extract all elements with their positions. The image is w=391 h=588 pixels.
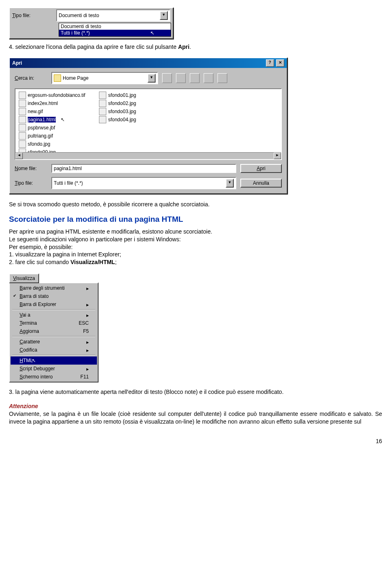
file-item[interactable]: sfondo03.jpg xyxy=(98,108,137,115)
file-icon xyxy=(99,116,106,123)
menu-item[interactable]: Barre degli strumenti xyxy=(11,284,97,292)
file-icon xyxy=(19,132,26,140)
menu-separator xyxy=(12,309,95,310)
menu-item[interactable]: Script Debugger xyxy=(11,365,97,373)
file-icon xyxy=(19,100,26,107)
filename-label: Nome file: xyxy=(15,166,47,171)
paragraph: 3. la pagina viene automaticamente apert… xyxy=(9,388,382,396)
cursor-icon: ↖ xyxy=(150,30,154,36)
open-dialog: Apri ? ✕ Cerca in: Home Page ▼ ergosum-s… xyxy=(9,57,288,194)
menu-item[interactable]: AggiornaF5 xyxy=(11,327,97,335)
folder-field[interactable]: Home Page ▼ xyxy=(51,72,158,84)
file-item[interactable]: sfondo01.jpg xyxy=(98,92,137,99)
cursor-icon: ↖ xyxy=(32,358,36,363)
paragraph: Se si trova scomodo questo metodo, è pos… xyxy=(9,201,382,208)
section-heading: Scorciatoie per la modifica di una pagin… xyxy=(9,215,382,224)
paragraph: Per aprire una pagina HTML esistente e m… xyxy=(9,228,382,266)
filetype-label: Tipo file: xyxy=(12,13,53,18)
file-icon xyxy=(99,100,106,107)
attention-block: Attenzione Ovviamente, se la pagina è un… xyxy=(9,402,382,426)
menu-item[interactable]: Schermo interoF11 xyxy=(11,373,97,381)
attention-text: Ovviamente, se la pagina è un file local… xyxy=(9,411,382,425)
file-icon xyxy=(19,108,26,115)
file-item[interactable]: pspbrwse.jbf xyxy=(18,124,86,131)
file-icon xyxy=(99,92,106,99)
file-icon xyxy=(99,108,106,115)
paragraph: 4. selezionare l'icona della pagina da a… xyxy=(9,43,382,51)
horizontal-scrollbar[interactable]: ◄► xyxy=(15,152,281,159)
cancel-button[interactable]: Annulla xyxy=(240,179,282,188)
filetype-value: Documenti di testo xyxy=(59,13,99,18)
file-item[interactable]: new.gif xyxy=(18,108,86,115)
menu-item[interactable]: Barra di Explorer xyxy=(11,300,97,308)
file-item[interactable]: ergosum-sufondobianco.tif xyxy=(18,92,86,99)
menu-item[interactable]: Vai a xyxy=(11,311,97,319)
filetype-field[interactable]: Documenti di testo ▼ xyxy=(56,9,170,22)
menu-item[interactable]: HTML↖ xyxy=(11,356,97,365)
filetype-label: Tipo file: xyxy=(15,180,47,186)
filename-input[interactable]: pagina1.html xyxy=(51,164,236,173)
menu-separator xyxy=(12,355,95,356)
attention-title: Attenzione xyxy=(9,403,38,409)
file-item-selected[interactable]: pagina1.html↖ xyxy=(18,116,86,123)
file-item[interactable]: sfondo04.jpg xyxy=(98,116,137,123)
file-item[interactable]: pultriang.gif xyxy=(18,132,86,140)
filetype-dropdown-list[interactable]: Documenti di testo Tutti i file (*.*) ↖ xyxy=(59,23,171,37)
open-button[interactable]: Apri xyxy=(240,164,282,173)
menu-separator xyxy=(12,336,95,337)
page-number: 16 xyxy=(9,438,382,444)
file-icon xyxy=(19,140,26,148)
menu-item[interactable]: Carattere xyxy=(11,338,97,346)
file-item[interactable]: sfondo02.jpg xyxy=(98,100,137,107)
filetype-select[interactable]: Tutti i file (*.*) ▼ xyxy=(51,177,236,189)
file-icon xyxy=(19,116,26,123)
scroll-right-icon[interactable]: ► xyxy=(274,153,281,159)
filetype-option-selected[interactable]: Tutti i file (*.*) ↖ xyxy=(59,30,171,36)
menu-trigger[interactable]: Visualizza xyxy=(9,273,39,283)
scroll-left-icon[interactable]: ◄ xyxy=(15,153,23,159)
help-icon[interactable]: ? xyxy=(266,59,274,67)
file-item[interactable]: index2ex.html xyxy=(18,100,86,107)
menu-item[interactable]: TerminaESC xyxy=(11,319,97,327)
cursor-icon: ↖ xyxy=(61,117,65,122)
new-folder-icon[interactable] xyxy=(190,73,200,83)
menu-item[interactable]: Codifica xyxy=(11,346,97,354)
file-icon xyxy=(19,92,26,99)
desktop-icon[interactable] xyxy=(176,73,186,83)
details-view-icon[interactable] xyxy=(217,73,227,83)
file-type-snippet: Tipo file: Documenti di testo ▼ Document… xyxy=(9,7,174,39)
dialog-titlebar: Apri ? ✕ xyxy=(10,58,287,68)
folder-icon xyxy=(54,74,61,82)
file-item[interactable]: sfondo.jpg xyxy=(18,140,86,148)
titlebar-buttons: ? ✕ xyxy=(265,59,284,67)
up-folder-icon[interactable] xyxy=(162,73,172,83)
search-in-label: Cerca in: xyxy=(15,75,47,81)
dropdown-arrow-icon[interactable]: ▼ xyxy=(226,179,234,188)
menu-item[interactable]: Barra di stato xyxy=(11,292,97,300)
menu-list: Barre degli strumentiBarra di statoBarra… xyxy=(10,283,98,382)
dialog-title: Apri xyxy=(12,60,22,66)
file-icon xyxy=(19,124,26,131)
list-view-icon[interactable] xyxy=(204,73,213,83)
file-list[interactable]: ergosum-sufondobianco.tif index2ex.html … xyxy=(15,88,282,160)
filetype-option[interactable]: Documenti di testo xyxy=(59,23,171,30)
dropdown-arrow-icon[interactable]: ▼ xyxy=(147,74,156,83)
dropdown-arrow-icon[interactable]: ▼ xyxy=(160,11,168,20)
visualizza-menu-snippet: Visualizza Barre degli strumentiBarra di… xyxy=(9,273,99,383)
close-icon[interactable]: ✕ xyxy=(276,59,284,67)
